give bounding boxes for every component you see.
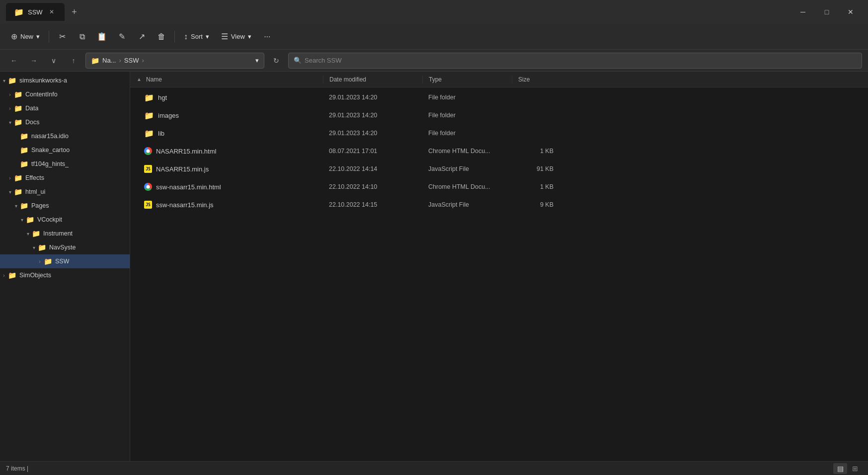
- grid-view-button[interactable]: ⊞: [848, 463, 862, 474]
- file-date-cell: 22.10.2022 14:15: [323, 201, 422, 208]
- sort-button[interactable]: ↕ Sort ▾: [179, 29, 214, 44]
- file-name-cell: ssw-nasarr15.min.html: [144, 183, 323, 191]
- close-button[interactable]: ✕: [839, 4, 862, 20]
- sidebar-item-label: SimObjects: [19, 272, 51, 279]
- sidebar-item-simobjects[interactable]: ›📁SimObjects: [0, 268, 130, 282]
- sidebar-item-snake_cartoon[interactable]: 📁Snake_cartoo: [0, 143, 130, 157]
- address-dropdown-icon[interactable]: ▾: [255, 57, 259, 64]
- column-name-header: Name: [144, 76, 323, 83]
- address-bar-row: ← → ∨ ↑ 📁 Na... › SSW › ▾ ↻ 🔍 Search SSW: [0, 50, 868, 72]
- folder-icon: 📁: [20, 202, 28, 210]
- file-name-text: lib: [158, 130, 164, 137]
- address-box[interactable]: 📁 Na... › SSW › ▾: [85, 53, 264, 69]
- sidebar-item-tf104g[interactable]: 📁tf104g_hints_: [0, 157, 130, 171]
- view-icon: ☰: [221, 32, 228, 41]
- js-file-icon: JS: [144, 201, 152, 209]
- new-button[interactable]: ⊕ New ▾: [6, 29, 45, 44]
- status-item-count: 7 items |: [6, 465, 28, 472]
- sidebar-item-docs[interactable]: ▾📁Docs: [0, 115, 130, 129]
- chevron-icon: ›: [36, 257, 44, 265]
- back-icon: ←: [10, 57, 17, 65]
- file-size-cell: 91 KB: [512, 165, 561, 172]
- column-type-header: Type: [422, 76, 512, 83]
- copy-button[interactable]: ⧉: [73, 28, 91, 46]
- cut-button[interactable]: ✂: [53, 28, 71, 46]
- minimize-button[interactable]: ─: [791, 4, 814, 20]
- file-name-text: ssw-nasarr15.min.html: [156, 183, 221, 191]
- chrome-icon: [144, 183, 152, 191]
- sidebar-item-ssw[interactable]: ›📁SSW: [0, 254, 130, 268]
- search-placeholder: Search SSW: [305, 57, 341, 64]
- sidebar-item-label: tf104g_hints_: [31, 160, 69, 167]
- table-row[interactable]: JSNASARR15.min.js22.10.2022 14:14JavaScr…: [130, 160, 868, 178]
- chrome-icon: [144, 147, 152, 155]
- chevron-icon: [12, 146, 20, 154]
- sidebar-item-data[interactable]: ›📁Data: [0, 101, 130, 115]
- folder-icon: 📁: [8, 77, 16, 84]
- up-button[interactable]: ↑: [66, 53, 81, 69]
- status-cursor: |: [27, 465, 28, 472]
- sidebar-item-effects[interactable]: ›📁Effects: [0, 171, 130, 185]
- rename-button[interactable]: ✎: [113, 28, 131, 46]
- sidebar-item-label: NavSyste: [49, 244, 76, 251]
- folder-icon: 📁: [144, 93, 154, 102]
- recent-locations-button[interactable]: ∨: [46, 53, 62, 69]
- sidebar-item-instrument[interactable]: ▾📁Instrument: [0, 227, 130, 240]
- chevron-icon: [12, 132, 20, 140]
- back-button[interactable]: ←: [6, 53, 22, 69]
- tab-close-button[interactable]: ✕: [47, 7, 57, 17]
- file-type-cell: Chrome HTML Docu...: [422, 148, 512, 155]
- chevron-icon: ▾: [24, 230, 32, 238]
- chevron-icon: ▾: [18, 216, 26, 224]
- folder-icon: 📁: [14, 104, 22, 112]
- paste-button[interactable]: 📋: [93, 28, 111, 46]
- view-button[interactable]: ☰ View ▾: [216, 29, 256, 44]
- paste-icon: 📋: [97, 32, 107, 41]
- delete-button[interactable]: 🗑: [153, 28, 170, 46]
- sidebar-item-nasar15a[interactable]: 📁nasar15a.idio: [0, 129, 130, 143]
- more-button[interactable]: ···: [258, 28, 276, 46]
- sidebar-item-navsyste[interactable]: ▾📁NavSyste: [0, 240, 130, 254]
- new-chevron-icon: ▾: [36, 33, 40, 40]
- file-name-cell: NASARR15.min.html: [144, 147, 323, 155]
- file-type-cell: JavaScript File: [422, 165, 512, 172]
- refresh-button[interactable]: ↻: [268, 53, 284, 69]
- folder-icon: 📁: [14, 174, 22, 182]
- table-row[interactable]: ssw-nasarr15.min.html22.10.2022 14:10Chr…: [130, 178, 868, 196]
- share-button[interactable]: ↗: [133, 28, 151, 46]
- file-date-cell: 22.10.2022 14:10: [323, 183, 422, 190]
- maximize-button[interactable]: □: [815, 4, 838, 20]
- file-name-text: hgt: [158, 94, 167, 101]
- table-row[interactable]: 📁lib29.01.2023 14:20File folder: [130, 124, 868, 142]
- active-tab[interactable]: 📁 SSW ✕: [6, 3, 65, 21]
- new-label: New: [20, 33, 33, 40]
- chevron-down-icon: ∨: [51, 57, 56, 65]
- table-row[interactable]: 📁hgt29.01.2023 14:20File folder: [130, 88, 868, 106]
- toolbar: ⊕ New ▾ ✂ ⧉ 📋 ✎ ↗ 🗑 ↕ Sort ▾ ☰ View ▾ ··…: [0, 24, 868, 50]
- table-row[interactable]: JSssw-nasarr15.min.js22.10.2022 14:15Jav…: [130, 196, 868, 214]
- chevron-icon: ›: [6, 104, 14, 112]
- sidebar-item-label: html_ui: [25, 188, 45, 195]
- folder-icon: 📁: [144, 111, 154, 120]
- list-view-button[interactable]: ▤: [833, 463, 847, 474]
- sort-icon: ↕: [184, 32, 188, 41]
- sidebar-item-html_ui[interactable]: ▾📁html_ui: [0, 185, 130, 199]
- search-box[interactable]: 🔍 Search SSW: [288, 53, 862, 69]
- rename-icon: ✎: [119, 32, 125, 41]
- sidebar-item-contentinfo[interactable]: ›📁ContentInfo: [0, 87, 130, 101]
- sidebar-item-vcockpit[interactable]: ▾📁VCockpit: [0, 213, 130, 227]
- new-tab-button[interactable]: +: [67, 4, 82, 20]
- js-file-icon: JS: [144, 165, 152, 173]
- table-row[interactable]: NASARR15.min.html08.07.2021 17:01Chrome …: [130, 142, 868, 160]
- separator-2: [174, 31, 175, 43]
- forward-button[interactable]: →: [26, 53, 42, 69]
- refresh-icon: ↻: [273, 57, 279, 65]
- file-pane: ▲ Name Date modified Type Size 📁hgt29.01…: [130, 72, 868, 461]
- file-type-cell: JavaScript File: [422, 201, 512, 208]
- sidebar-item-simskunkworks[interactable]: ▾📁simskunkworks-a: [0, 74, 130, 87]
- file-size-cell: 9 KB: [512, 201, 561, 208]
- sidebar-item-label: Snake_cartoo: [31, 147, 70, 154]
- sidebar-item-pages[interactable]: ▾📁Pages: [0, 199, 130, 213]
- file-type-cell: File folder: [422, 112, 512, 119]
- table-row[interactable]: 📁images29.01.2023 14:20File folder: [130, 106, 868, 124]
